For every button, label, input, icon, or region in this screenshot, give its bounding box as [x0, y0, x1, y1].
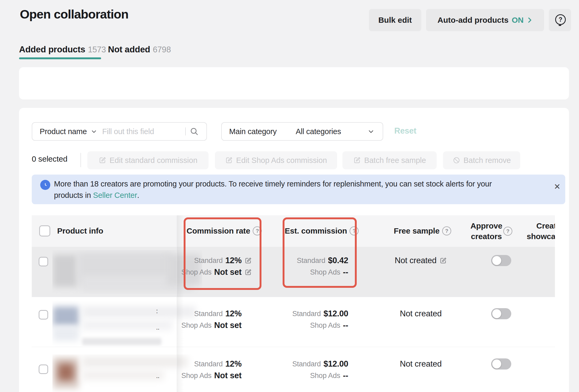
auto-add-state: ON — [512, 16, 524, 25]
chevron-down-icon — [367, 128, 375, 135]
free-sample-cell: Not created — [386, 255, 455, 266]
table-row: : .. Standard12% Shop AdsNot set Standar… — [32, 297, 555, 347]
auto-add-label: Auto-add products — [437, 16, 508, 25]
column-free-sample: Free sample ? — [394, 226, 451, 235]
close-icon[interactable]: ✕ — [554, 182, 560, 191]
table-row: .. Standard12% Shop AdsNot set Standard$… — [32, 347, 555, 392]
est-commission-cell: Standard$12.00 Shop Ads-- — [270, 358, 348, 381]
help-icon: ? — [555, 14, 565, 26]
row-checkbox[interactable] — [39, 257, 48, 266]
annotation-box-est-commission — [283, 217, 357, 288]
main-category-select[interactable]: Main category All categories — [221, 122, 383, 141]
ban-icon — [453, 156, 460, 164]
bulk-edit-label: Bulk edit — [378, 16, 412, 25]
edit-standard-commission-button[interactable]: Edit standard commission — [87, 151, 209, 169]
clock-icon — [40, 180, 50, 190]
row-checkbox[interactable] — [39, 310, 48, 320]
auto-add-products-button[interactable]: Auto-add products ON — [426, 9, 544, 31]
edit-icon — [98, 156, 106, 164]
active-tab-underline — [19, 57, 101, 59]
field-divider — [185, 127, 186, 135]
reset-button[interactable]: Reset — [394, 126, 416, 136]
category-label: Main category — [229, 127, 277, 136]
edit-icon — [353, 156, 361, 164]
chevron-down-icon — [91, 128, 97, 135]
edit-icon[interactable] — [439, 257, 447, 265]
divider — [80, 153, 81, 167]
page-title: Open collaboration — [20, 7, 128, 21]
approve-creators-toggle[interactable] — [491, 308, 511, 319]
added-count: 1573 — [88, 45, 106, 54]
category-value: All categories — [296, 127, 341, 136]
annotation-box-commission-rate — [184, 217, 261, 290]
help-button[interactable]: ? — [549, 9, 571, 31]
approve-creators-toggle[interactable] — [491, 358, 511, 370]
frozen-column-shadow — [177, 215, 184, 392]
bulk-edit-button[interactable]: Bulk edit — [369, 9, 421, 31]
edit-icon — [225, 156, 233, 164]
batch-free-sample-button[interactable]: Batch free sample — [342, 151, 437, 169]
row-checkbox[interactable] — [39, 364, 48, 374]
question-icon[interactable]: ? — [503, 227, 512, 236]
tab-not-added[interactable]: Not added6798 — [108, 44, 171, 54]
creator-applications-card: Creator applications 1new creator applic… — [19, 67, 569, 99]
column-creator-showcase: Creator showcase — [519, 221, 555, 242]
banner-message: More than 18 creators are promoting your… — [54, 178, 492, 201]
est-commission-cell: Standard$12.00 Shop Ads-- — [270, 308, 348, 331]
search-icon[interactable] — [189, 127, 199, 136]
column-product-info: Product info — [57, 226, 103, 235]
not-added-count: 6798 — [153, 45, 171, 54]
question-icon[interactable]: ? — [442, 226, 451, 235]
seller-center-link[interactable]: Seller Center — [93, 191, 137, 199]
tab-added-products[interactable]: Added products1573 — [19, 44, 106, 54]
column-approve-creators: Approve creators — [463, 221, 510, 242]
text-fragment: : — [156, 308, 158, 315]
product-search-field[interactable]: Product name Fill out this field — [32, 122, 207, 141]
batch-remove-button[interactable]: Batch remove — [443, 151, 520, 169]
search-input[interactable]: Fill out this field — [102, 127, 154, 136]
search-field-selector[interactable]: Product name — [40, 127, 87, 136]
chevron-right-icon — [527, 16, 533, 24]
select-all-checkbox[interactable] — [39, 225, 50, 236]
text-fragment: .. — [156, 372, 159, 380]
selected-count: 0 selected — [32, 154, 67, 163]
text-fragment: .. — [156, 324, 159, 331]
approve-creators-toggle[interactable] — [491, 255, 511, 266]
edit-shop-ads-commission-button[interactable]: Edit Shop Ads commission — [215, 151, 337, 169]
free-sample-cell: Not created — [386, 308, 455, 320]
free-sample-cell: Not created — [386, 358, 455, 370]
open-collaboration-page: Open collaboration Bulk edit Auto-add pr… — [0, 0, 579, 392]
